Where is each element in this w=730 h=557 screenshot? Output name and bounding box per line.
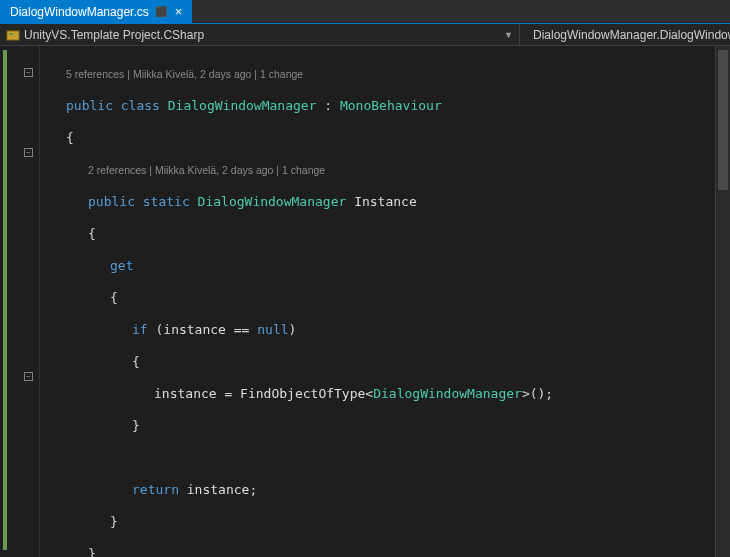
fold-toggle[interactable]: − — [24, 148, 33, 157]
code-line: } — [44, 514, 730, 530]
scrollbar-thumb[interactable] — [718, 50, 728, 190]
close-icon[interactable]: × — [173, 4, 185, 19]
code-area[interactable]: 5 references | Miikka Kivelä, 2 days ago… — [40, 46, 730, 557]
nav-scope-member[interactable]: DialogWindowManager.DialogWindow — [520, 24, 730, 45]
nav-right-label: DialogWindowManager.DialogWindow — [533, 28, 730, 42]
csharp-project-icon — [6, 28, 20, 42]
pin-icon[interactable]: ⬛ — [155, 6, 167, 17]
code-line: { — [44, 226, 730, 242]
method-icon — [522, 30, 530, 38]
chevron-down-icon[interactable]: ▼ — [504, 30, 513, 40]
gutter: − − − — [0, 46, 40, 557]
editor[interactable]: − − − 5 references | Miikka Kivelä, 2 da… — [0, 46, 730, 557]
code-line: instance = FindObjectOfType<DialogWindow… — [44, 386, 730, 402]
code-line: { — [44, 354, 730, 370]
svg-rect-0 — [7, 31, 19, 40]
vertical-scrollbar[interactable] — [715, 46, 730, 557]
code-line: } — [44, 418, 730, 434]
code-line: public static DialogWindowManager Instan… — [44, 194, 730, 210]
nav-left-label: UnityVS.Template Project.CSharp — [24, 28, 204, 42]
code-line: } — [44, 546, 730, 557]
nav-bar: UnityVS.Template Project.CSharp ▼ Dialog… — [0, 24, 730, 46]
change-indicator — [3, 50, 7, 550]
fold-toggle[interactable]: − — [24, 68, 33, 77]
code-line: get — [44, 258, 730, 274]
code-line: if (instance == null) — [44, 322, 730, 338]
code-line: { — [44, 130, 730, 146]
svg-rect-1 — [9, 33, 13, 35]
codelens[interactable]: 2 references | Miikka Kivelä, 2 days ago… — [44, 162, 730, 178]
codelens[interactable]: 5 references | Miikka Kivelä, 2 days ago… — [44, 66, 730, 82]
fold-toggle[interactable]: − — [24, 372, 33, 381]
tab-bar: DialogWindowManager.cs ⬛ × — [0, 0, 730, 24]
code-line: public class DialogWindowManager : MonoB… — [44, 98, 730, 114]
blank-line — [44, 450, 730, 466]
file-tab[interactable]: DialogWindowManager.cs ⬛ × — [0, 0, 192, 23]
tab-filename: DialogWindowManager.cs — [10, 5, 149, 19]
nav-scope-project[interactable]: UnityVS.Template Project.CSharp ▼ — [0, 24, 520, 45]
code-line: { — [44, 290, 730, 306]
code-line: return instance; — [44, 482, 730, 498]
